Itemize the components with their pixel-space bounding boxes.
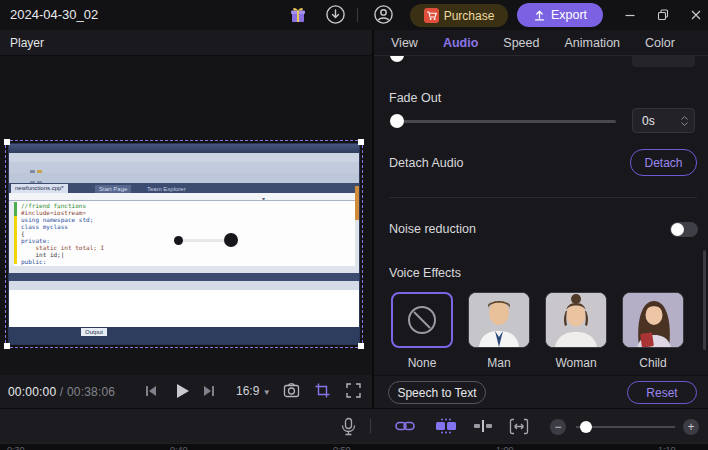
snapshot-icon[interactable]: [283, 382, 300, 403]
timeline-ruler[interactable]: 0:30 0:40 0:50 1:00 1:10: [0, 443, 708, 450]
download-icon[interactable]: [325, 4, 346, 29]
fade-out-slider-handle[interactable]: [390, 114, 404, 128]
stepper-up-icon[interactable]: [681, 116, 688, 120]
tab-color[interactable]: Color: [645, 36, 675, 50]
voice-none-label: None: [391, 356, 453, 370]
current-time: 00:00:00: [8, 385, 56, 399]
resize-handle-br[interactable]: [358, 343, 364, 349]
previous-frame-button[interactable]: [143, 383, 159, 403]
stepper-down-icon[interactable]: [681, 122, 688, 126]
noise-reduction-label: Noise reduction: [389, 222, 476, 236]
man-photo: [469, 293, 529, 347]
crop-icon[interactable]: [314, 382, 331, 403]
fit-timeline-icon[interactable]: [509, 418, 529, 439]
tab-animation[interactable]: Animation: [564, 36, 620, 50]
voice-woman-label: Woman: [545, 356, 607, 370]
voice-none-card[interactable]: [391, 292, 453, 348]
resize-handle-tr[interactable]: [358, 139, 364, 145]
fade-out-slider-track[interactable]: [390, 120, 616, 123]
resize-handle-tl[interactable]: [4, 139, 10, 145]
detach-audio-label: Detach Audio: [389, 156, 463, 170]
player-controls: 00:00:00 / 00:38:06 16:9 ▼: [0, 375, 372, 408]
voice-child-label: Child: [622, 356, 684, 370]
link-clips-icon[interactable]: [395, 419, 415, 437]
ruler-label: 0:50: [333, 445, 351, 450]
fullscreen-icon[interactable]: [345, 382, 362, 403]
app-window: 2024-04-30_02: [0, 0, 708, 450]
fade-out-input[interactable]: 0s: [632, 108, 695, 133]
next-frame-button[interactable]: [201, 383, 217, 403]
timecode: 00:00:00 / 00:38:06: [8, 385, 115, 399]
clip-selection-frame[interactable]: [5, 140, 363, 348]
purchase-button[interactable]: Purchase: [410, 4, 508, 27]
zoom-out-button[interactable]: −: [550, 419, 566, 435]
video-preview-area[interactable]: chapter01 - Microsoft Visual Studio File…: [0, 56, 372, 390]
export-button[interactable]: Export: [517, 3, 603, 27]
fade-out-value: 0s: [642, 114, 655, 128]
titlebar-divider: [357, 8, 358, 22]
child-photo: [623, 293, 683, 347]
speech-to-text-button[interactable]: Speech to Text: [388, 381, 486, 404]
purchase-label: Purchase: [444, 9, 495, 23]
tab-view[interactable]: View: [391, 36, 418, 50]
player-header: Player: [0, 30, 372, 56]
toggle-knob: [671, 223, 684, 236]
reset-button[interactable]: Reset: [627, 381, 697, 404]
inspector-actions: Speech to Text Reset: [374, 375, 708, 408]
chevron-down-icon: ▼: [263, 388, 271, 397]
close-button[interactable]: [681, 3, 708, 27]
restore-button[interactable]: [648, 3, 678, 27]
voice-woman-card[interactable]: [545, 292, 607, 348]
fade-in-input-partial[interactable]: [632, 56, 695, 67]
timeline-zoom-handle[interactable]: [580, 421, 592, 433]
play-button[interactable]: [172, 381, 192, 405]
toolbar-divider: [370, 419, 371, 433]
split-icon[interactable]: [472, 419, 494, 437]
ruler-label: 1:00: [496, 445, 514, 450]
account-icon[interactable]: [373, 4, 394, 29]
player-panel: Player chapter01 - Microsoft Visual Stud…: [0, 30, 372, 408]
inspector-panel: View Audio Speed Animation Color Fade Ou…: [374, 30, 708, 408]
time-separator: /: [56, 385, 67, 399]
zoom-in-button[interactable]: +: [683, 419, 699, 435]
tab-speed[interactable]: Speed: [503, 36, 539, 50]
voice-effects-row: None Man: [374, 292, 708, 374]
ruler-label: 1:10: [658, 445, 676, 450]
export-label: Export: [551, 8, 587, 22]
inspector-scrollbar[interactable]: [703, 250, 706, 350]
voice-man-card[interactable]: [468, 292, 530, 348]
tab-audio[interactable]: Audio: [443, 36, 478, 50]
woman-photo: [546, 293, 606, 347]
minimize-button[interactable]: [615, 3, 645, 27]
player-header-label: Player: [10, 36, 44, 50]
none-icon: [393, 294, 451, 346]
record-voiceover-icon[interactable]: [340, 417, 357, 440]
cart-icon: [424, 8, 439, 23]
gift-icon[interactable]: [288, 5, 308, 29]
section-divider: [389, 197, 697, 198]
export-icon: [533, 9, 546, 22]
fade-out-label: Fade Out: [389, 91, 441, 105]
voice-man-label: Man: [468, 356, 530, 370]
fade-in-slider-handle[interactable]: [390, 56, 404, 62]
voice-child-card[interactable]: [622, 292, 684, 348]
ruler-label: 0:30: [7, 445, 25, 450]
fade-out-stepper[interactable]: [681, 116, 688, 126]
project-title: 2024-04-30_02: [10, 7, 98, 22]
inspector-tabs: View Audio Speed Animation Color: [374, 30, 708, 56]
noise-reduction-toggle[interactable]: [670, 222, 698, 237]
resize-handle-bl[interactable]: [4, 343, 10, 349]
auto-ripple-icon[interactable]: [434, 418, 458, 438]
detach-button[interactable]: Detach: [630, 149, 697, 176]
ruler-label: 0:40: [170, 445, 188, 450]
aspect-ratio-dropdown[interactable]: 16:9 ▼: [236, 384, 271, 398]
duration: 00:38:06: [67, 385, 115, 399]
voice-effects-label: Voice Effects: [389, 266, 461, 280]
inspector-body: Fade Out 0s Detach Audio Detach Noise re…: [374, 56, 708, 375]
titlebar: 2024-04-30_02: [0, 0, 708, 30]
timeline-toolbar: − +: [0, 408, 708, 443]
